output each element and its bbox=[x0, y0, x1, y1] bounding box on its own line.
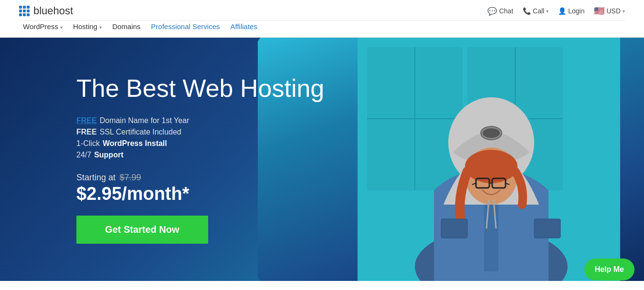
hero-pricing: Starting at $7.99 $2.95/month* bbox=[76, 173, 324, 204]
login-link[interactable]: 👤 Login bbox=[558, 7, 584, 15]
chat-link[interactable]: 💬 Chat bbox=[487, 7, 513, 16]
hosting-dropdown-arrow: ▾ bbox=[99, 25, 102, 30]
svg-point-13 bbox=[465, 150, 517, 183]
one-click-text: 1-Click bbox=[76, 139, 100, 148]
help-me-button[interactable]: Help Me bbox=[584, 259, 634, 280]
free-ssl-badge: FREE bbox=[76, 128, 97, 136]
starting-text: Starting at bbox=[76, 173, 116, 182]
hero-section: The Best Web Hosting FREE Domain Name fo… bbox=[0, 38, 644, 281]
nav-wordpress[interactable]: WordPress ▾ bbox=[19, 21, 66, 32]
person-icon: 👤 bbox=[558, 7, 566, 15]
currency-selector[interactable]: 🇺🇸 USD ▾ bbox=[594, 6, 625, 16]
support-bold: Support bbox=[94, 151, 123, 159]
hero-feature-support: 24/7 Support bbox=[76, 151, 324, 159]
hero-title: The Best Web Hosting bbox=[76, 75, 324, 102]
currency-dropdown-arrow: ▾ bbox=[623, 9, 625, 14]
person-svg bbox=[358, 38, 620, 281]
svg-point-11 bbox=[483, 128, 500, 138]
chat-label: Chat bbox=[499, 7, 513, 15]
old-price: $7.99 bbox=[120, 173, 141, 182]
nav-domains[interactable]: Domains bbox=[108, 21, 144, 32]
nav-affiliates[interactable]: Affiliates bbox=[227, 21, 261, 32]
login-label: Login bbox=[568, 7, 584, 15]
hero-features-list: FREE Domain Name for 1st Year FREE SSL C… bbox=[76, 116, 324, 159]
nav-hosting-label: Hosting bbox=[73, 22, 97, 31]
main-nav: WordPress ▾ Hosting ▾ Domains Profession… bbox=[19, 21, 625, 37]
nav-wordpress-label: WordPress bbox=[23, 22, 58, 31]
wordpress-dropdown-arrow: ▾ bbox=[60, 25, 63, 30]
site-header: bluehost 💬 Chat 📞 Call ▾ 👤 Login bbox=[0, 0, 644, 38]
svg-rect-22 bbox=[534, 219, 560, 238]
free-domain-text: Domain Name for 1st Year bbox=[100, 116, 190, 125]
hero-feature-wordpress: 1-Click WordPress Install bbox=[76, 139, 324, 148]
call-dropdown-arrow: ▾ bbox=[546, 9, 549, 14]
svg-rect-21 bbox=[441, 219, 467, 238]
hero-content: The Best Web Hosting FREE Domain Name fo… bbox=[0, 75, 324, 244]
nav-professional-services-label: Professional Services bbox=[151, 22, 220, 31]
currency-label: USD bbox=[606, 7, 621, 15]
hero-feature-ssl: FREE SSL Certificate Included bbox=[76, 128, 324, 136]
nav-professional-services[interactable]: Professional Services bbox=[147, 21, 223, 32]
chat-bubble-icon: 💬 bbox=[487, 7, 497, 16]
get-started-label: Get Started Now bbox=[105, 224, 179, 235]
hero-feature-domain: FREE Domain Name for 1st Year bbox=[76, 116, 324, 125]
phone-icon: 📞 bbox=[523, 7, 531, 15]
free-ssl-text: SSL Certificate Included bbox=[100, 128, 181, 136]
logo-text: bluehost bbox=[33, 5, 73, 17]
nav-domains-label: Domains bbox=[112, 22, 140, 31]
logo-link[interactable]: bluehost bbox=[19, 5, 73, 17]
call-link[interactable]: 📞 Call ▾ bbox=[523, 7, 549, 15]
wordpress-install-bold: WordPress Install bbox=[103, 139, 167, 148]
new-price: $2.95/month* bbox=[76, 184, 324, 204]
logo-grid-icon bbox=[19, 6, 30, 16]
get-started-button[interactable]: Get Started Now bbox=[76, 216, 208, 244]
flag-icon: 🇺🇸 bbox=[594, 6, 604, 16]
free-domain-badge: FREE bbox=[76, 116, 97, 125]
nav-affiliates-label: Affiliates bbox=[231, 22, 257, 31]
hero-person-image bbox=[358, 38, 620, 281]
header-actions: 💬 Chat 📞 Call ▾ 👤 Login 🇺🇸 USD ▾ bbox=[487, 6, 625, 16]
help-me-label: Help Me bbox=[595, 265, 624, 273]
call-label: Call bbox=[533, 7, 544, 15]
nav-hosting[interactable]: Hosting ▾ bbox=[69, 21, 106, 32]
support-text: 24/7 bbox=[76, 151, 91, 159]
